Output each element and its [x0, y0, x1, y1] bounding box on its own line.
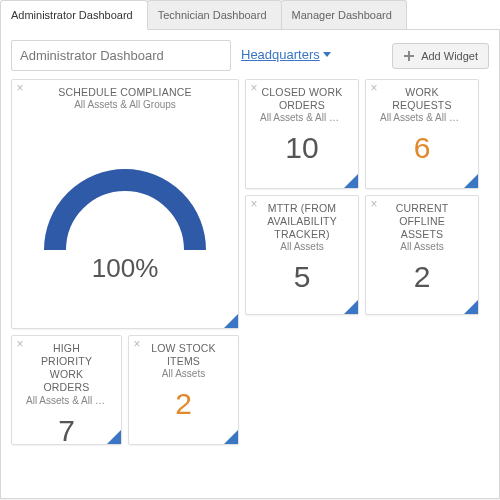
close-icon[interactable]: ×	[368, 198, 380, 210]
widget-schedule-compliance: × SCHEDULE COMPLIANCE All Assets & All G…	[11, 79, 239, 329]
widget-subtitle: All Assets	[366, 241, 478, 254]
widget-subtitle: All Assets & All Gro...	[366, 112, 478, 125]
widget-title: LOW STOCK ITEMS	[129, 336, 238, 368]
dashboard-panel: Headquarters Add Widget × SCHEDULE COMPL…	[0, 29, 500, 499]
close-icon[interactable]: ×	[14, 82, 26, 94]
add-widget-label: Add Widget	[421, 50, 478, 62]
close-icon[interactable]: ×	[368, 82, 380, 94]
widget-title: CLOSED WORK ORDERS	[246, 80, 358, 112]
close-icon[interactable]: ×	[248, 198, 260, 210]
widget-subtitle: All Assets	[246, 241, 358, 254]
chevron-down-icon	[323, 52, 331, 57]
widget-value: 7	[12, 408, 121, 452]
close-icon[interactable]: ×	[131, 338, 143, 350]
resize-handle[interactable]	[344, 300, 358, 314]
widget-title: WORK REQUESTS	[366, 80, 478, 112]
widget-title: MTTR (FROM AVAILABILITY TRACKER)	[246, 196, 358, 241]
resize-handle[interactable]	[107, 430, 121, 444]
widget-mttr: × MTTR (FROM AVAILABILITY TRACKER) All A…	[245, 195, 359, 315]
toolbar: Headquarters Add Widget	[11, 40, 489, 71]
add-widget-button[interactable]: Add Widget	[392, 43, 489, 69]
gauge-value: 100%	[12, 253, 238, 284]
widget-subtitle: All Assets & All Groups	[12, 99, 238, 112]
resize-handle[interactable]	[464, 300, 478, 314]
widget-high-priority: × HIGH PRIORITY WORK ORDERS All Assets &…	[11, 335, 122, 445]
widget-title: CURRENT OFFLINE ASSETS	[366, 196, 478, 241]
resize-handle[interactable]	[464, 174, 478, 188]
tab-manager-dashboard[interactable]: Manager Dashboard	[281, 0, 407, 30]
widget-value: 5	[246, 254, 358, 298]
close-icon[interactable]: ×	[248, 82, 260, 94]
location-label: Headquarters	[241, 47, 320, 62]
widget-value: 6	[366, 125, 478, 169]
widget-closed-work-orders: × CLOSED WORK ORDERS All Assets & All Gr…	[245, 79, 359, 189]
resize-handle[interactable]	[224, 314, 238, 328]
widget-offline-assets: × CURRENT OFFLINE ASSETS All Assets 2	[365, 195, 479, 315]
widget-low-stock: × LOW STOCK ITEMS All Assets 2	[128, 335, 239, 445]
widget-subtitle: All Assets & All Gro...	[12, 395, 121, 408]
widget-title: HIGH PRIORITY WORK ORDERS	[12, 336, 121, 395]
widget-title: SCHEDULE COMPLIANCE	[12, 80, 238, 99]
tab-bar: Administrator Dashboard Technician Dashb…	[0, 0, 500, 30]
resize-handle[interactable]	[344, 174, 358, 188]
plus-icon	[403, 50, 415, 62]
location-dropdown[interactable]: Headquarters	[241, 47, 331, 64]
close-icon[interactable]: ×	[14, 338, 26, 350]
widget-grid: × SCHEDULE COMPLIANCE All Assets & All G…	[11, 79, 489, 499]
widget-value: 2	[129, 381, 238, 425]
resize-handle[interactable]	[224, 430, 238, 444]
widget-work-requests: × WORK REQUESTS All Assets & All Gro... …	[365, 79, 479, 189]
tab-admin-dashboard[interactable]: Administrator Dashboard	[0, 0, 148, 30]
widget-value: 10	[246, 125, 358, 169]
widget-subtitle: All Assets & All Gro...	[246, 112, 358, 125]
tab-technician-dashboard[interactable]: Technician Dashboard	[147, 0, 282, 30]
dashboard-title-input[interactable]	[11, 40, 231, 71]
widget-value: 2	[366, 254, 478, 298]
widget-subtitle: All Assets	[129, 368, 238, 381]
